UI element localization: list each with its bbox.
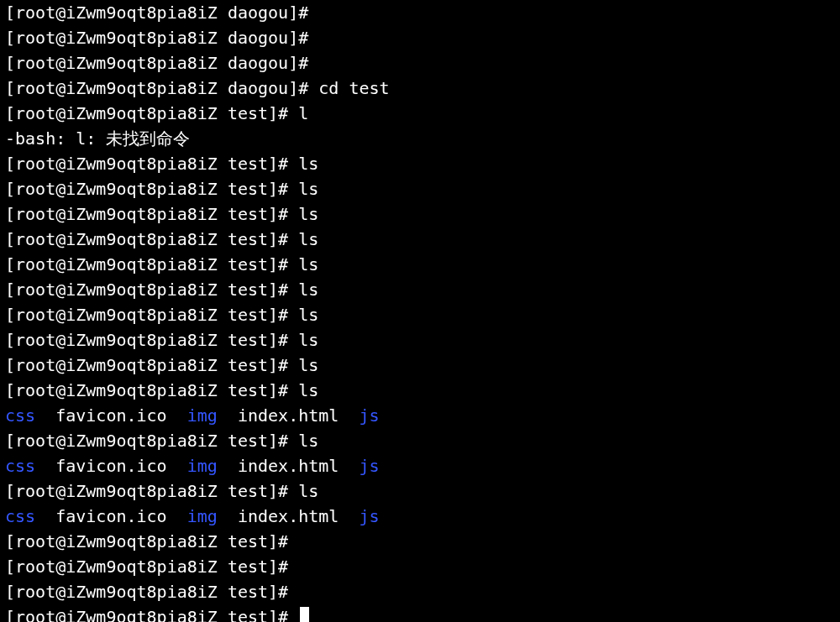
terminal-line: [root@iZwm9oqt8pia8iZ test]# ls	[5, 478, 835, 504]
terminal-text: [root@iZwm9oqt8pia8iZ test]#	[5, 607, 298, 622]
terminal-line: [root@iZwm9oqt8pia8iZ test]# ls	[5, 201, 835, 227]
terminal-text: [root@iZwm9oqt8pia8iZ test]#	[5, 582, 298, 602]
terminal-line: [root@iZwm9oqt8pia8iZ test]#	[5, 529, 835, 554]
terminal-line: css favicon.ico img index.html js	[5, 453, 835, 478]
terminal-text: css	[5, 456, 35, 476]
terminal-text: css	[5, 506, 35, 526]
terminal-line: [root@iZwm9oqt8pia8iZ test]# ls	[5, 277, 835, 302]
terminal-text: [root@iZwm9oqt8pia8iZ test]#	[5, 557, 298, 577]
cursor-icon	[300, 607, 309, 622]
terminal-line: [root@iZwm9oqt8pia8iZ daogou]#	[5, 0, 835, 25]
terminal-text: index.html	[218, 506, 360, 526]
terminal-line: [root@iZwm9oqt8pia8iZ test]# ls	[5, 378, 835, 403]
terminal-line: [root@iZwm9oqt8pia8iZ test]# ls	[5, 151, 835, 176]
terminal-text: img	[187, 456, 218, 476]
terminal-text: [root@iZwm9oqt8pia8iZ test]# ls	[5, 229, 318, 249]
terminal-line: [root@iZwm9oqt8pia8iZ test]# l	[5, 101, 835, 126]
terminal-text: -bash: l: 未找到命令	[5, 128, 190, 149]
terminal-text: [root@iZwm9oqt8pia8iZ test]# ls	[5, 154, 318, 174]
terminal-line: [root@iZwm9oqt8pia8iZ daogou]#	[5, 25, 835, 50]
terminal-text: [root@iZwm9oqt8pia8iZ test]# ls	[5, 355, 318, 375]
terminal-line: [root@iZwm9oqt8pia8iZ test]# ls	[5, 252, 835, 277]
terminal-text: [root@iZwm9oqt8pia8iZ test]# ls	[5, 254, 318, 274]
terminal-text: [root@iZwm9oqt8pia8iZ test]# ls	[5, 204, 318, 224]
terminal-text: [root@iZwm9oqt8pia8iZ test]# ls	[5, 179, 318, 199]
terminal-text: js	[359, 456, 379, 476]
terminal-text: index.html	[218, 456, 360, 476]
terminal-text: [root@iZwm9oqt8pia8iZ test]# ls	[5, 431, 318, 451]
terminal-text: [root@iZwm9oqt8pia8iZ test]# l	[5, 103, 308, 123]
terminal-text: [root@iZwm9oqt8pia8iZ daogou]# cd test	[5, 78, 390, 98]
terminal-line: -bash: l: 未找到命令	[5, 126, 835, 151]
terminal-text: [root@iZwm9oqt8pia8iZ test]# ls	[5, 305, 318, 325]
terminal-line: [root@iZwm9oqt8pia8iZ test]#	[5, 579, 835, 604]
terminal-line: [root@iZwm9oqt8pia8iZ daogou]#	[5, 50, 835, 76]
terminal-line: [root@iZwm9oqt8pia8iZ test]# ls	[5, 176, 835, 201]
terminal-line: css favicon.ico img index.html js	[5, 403, 835, 428]
terminal-text: [root@iZwm9oqt8pia8iZ daogou]#	[5, 3, 318, 23]
terminal-text: [root@iZwm9oqt8pia8iZ daogou]#	[5, 53, 318, 73]
terminal-text: favicon.ico	[35, 456, 187, 476]
terminal-text: img	[187, 405, 218, 426]
terminal-line: [root@iZwm9oqt8pia8iZ test]#	[5, 604, 835, 622]
terminal-text: [root@iZwm9oqt8pia8iZ test]# ls	[5, 380, 318, 400]
terminal-line: [root@iZwm9oqt8pia8iZ test]# ls	[5, 428, 835, 453]
terminal-text: js	[359, 506, 379, 526]
terminal-line: [root@iZwm9oqt8pia8iZ test]# ls	[5, 327, 835, 353]
terminal-text: [root@iZwm9oqt8pia8iZ test]# ls	[5, 280, 318, 300]
terminal-text: favicon.ico	[35, 405, 187, 426]
terminal-line: [root@iZwm9oqt8pia8iZ test]# ls	[5, 227, 835, 252]
terminal-text: [root@iZwm9oqt8pia8iZ test]# ls	[5, 330, 318, 350]
terminal-text: img	[187, 506, 218, 526]
terminal-text: index.html	[218, 405, 360, 426]
terminal-text: [root@iZwm9oqt8pia8iZ test]# ls	[5, 481, 318, 501]
terminal-line: [root@iZwm9oqt8pia8iZ test]#	[5, 554, 835, 579]
terminal-line: [root@iZwm9oqt8pia8iZ test]# ls	[5, 353, 835, 378]
terminal-text: [root@iZwm9oqt8pia8iZ test]#	[5, 531, 298, 551]
terminal-line: [root@iZwm9oqt8pia8iZ daogou]# cd test	[5, 76, 835, 101]
terminal-window[interactable]: [root@iZwm9oqt8pia8iZ daogou]# [root@iZw…	[0, 0, 840, 622]
terminal-text: css	[5, 405, 35, 426]
terminal-line: css favicon.ico img index.html js	[5, 504, 835, 529]
terminal-text: js	[359, 405, 379, 426]
terminal-line: [root@iZwm9oqt8pia8iZ test]# ls	[5, 302, 835, 327]
terminal-text: [root@iZwm9oqt8pia8iZ daogou]#	[5, 28, 318, 48]
terminal-text: favicon.ico	[35, 506, 187, 526]
